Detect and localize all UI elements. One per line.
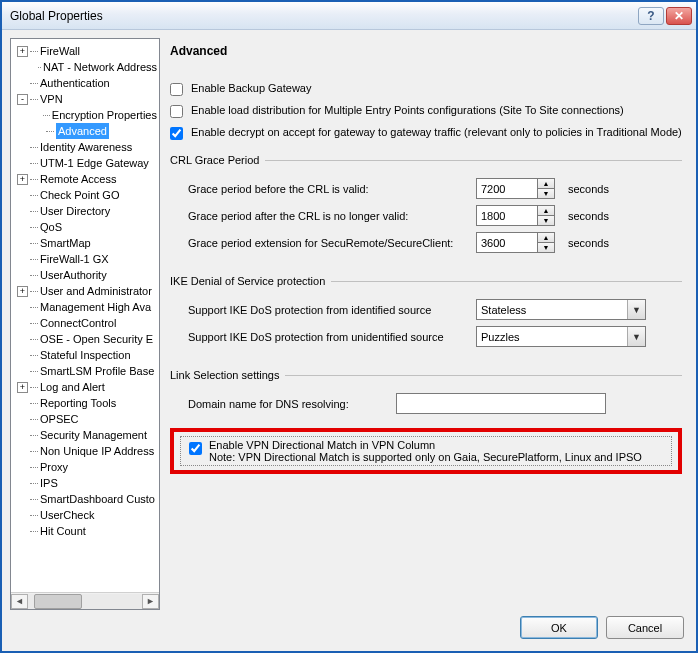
tree-item[interactable]: Non Unique IP Address xyxy=(15,443,157,459)
spin-down-icon[interactable]: ▼ xyxy=(538,242,555,253)
crl-after-label: Grace period after the CRL is no longer … xyxy=(188,210,468,222)
tree-item[interactable]: SmartDashboard Custo xyxy=(15,491,157,507)
help-button[interactable]: ? xyxy=(638,7,664,25)
dns-domain-label: Domain name for DNS resolving: xyxy=(188,398,388,410)
ike-identified-combo[interactable]: Stateless ▼ xyxy=(476,299,646,320)
nav-tree[interactable]: +FireWallNAT - Network AddressAuthentica… xyxy=(11,39,159,592)
tree-item[interactable]: UserCheck xyxy=(15,507,157,523)
tree-item[interactable]: User Directory xyxy=(15,203,157,219)
tree-connector xyxy=(30,339,38,340)
tree-connector xyxy=(30,179,38,180)
ike-unidentified-combo[interactable]: Puzzles ▼ xyxy=(476,326,646,347)
tree-connector xyxy=(30,483,38,484)
tree-connector xyxy=(30,355,38,356)
tree-item[interactable]: IPS xyxy=(15,475,157,491)
tree-item[interactable]: SmartLSM Profile Base xyxy=(15,363,157,379)
tree-item[interactable]: Check Point GO xyxy=(15,187,157,203)
tree-item-label: Stateful Inspection xyxy=(40,347,131,363)
tree-item[interactable]: UTM-1 Edge Gateway xyxy=(15,155,157,171)
tree-connector xyxy=(30,371,38,372)
tree-item[interactable]: OPSEC xyxy=(15,411,157,427)
tree-connector xyxy=(30,83,38,84)
tree-item[interactable]: +FireWall xyxy=(15,43,157,59)
tree-item[interactable]: +Remote Access xyxy=(15,171,157,187)
content-pane: Advanced Enable Backup Gateway Enable lo… xyxy=(168,38,688,610)
expand-icon[interactable]: + xyxy=(17,382,28,393)
tree-item-label: Remote Access xyxy=(40,171,116,187)
expand-icon[interactable]: + xyxy=(17,286,28,297)
ike-unidentified-value: Puzzles xyxy=(481,331,520,343)
directional-match-highlight: Enable VPN Directional Match in VPN Colu… xyxy=(170,428,682,474)
tree-item[interactable]: UserAuthority xyxy=(15,267,157,283)
crl-after-spin[interactable]: ▲▼ xyxy=(476,205,556,226)
tree-item[interactable]: SmartMap xyxy=(15,235,157,251)
crl-grace-group: CRL Grace Period Grace period before the… xyxy=(170,154,682,261)
tree-item[interactable]: Management High Ava xyxy=(15,299,157,315)
scroll-left-icon[interactable]: ◄ xyxy=(11,594,28,609)
crl-after-input[interactable] xyxy=(476,205,538,226)
crl-ext-input[interactable] xyxy=(476,232,538,253)
tree-connector xyxy=(38,67,41,68)
ike-identified-label: Support IKE DoS protection from identifi… xyxy=(188,304,468,316)
crl-before-spin[interactable]: ▲▼ xyxy=(476,178,556,199)
tree-item[interactable]: ConnectControl xyxy=(15,315,157,331)
tree-item[interactable]: Stateful Inspection xyxy=(15,347,157,363)
tree-item[interactable]: OSE - Open Security E xyxy=(15,331,157,347)
enable-decrypt-on-accept-checkbox[interactable] xyxy=(170,127,183,140)
spin-down-icon[interactable]: ▼ xyxy=(538,188,555,199)
spin-down-icon[interactable]: ▼ xyxy=(538,215,555,226)
tree-connector xyxy=(30,99,38,100)
tree-item-label: Security Management xyxy=(40,427,147,443)
scroll-right-icon[interactable]: ► xyxy=(142,594,159,609)
scroll-thumb[interactable] xyxy=(34,594,82,609)
crl-ext-spin[interactable]: ▲▼ xyxy=(476,232,556,253)
crl-before-input[interactable] xyxy=(476,178,538,199)
tree-item[interactable]: QoS xyxy=(15,219,157,235)
enable-backup-gateway-checkbox[interactable] xyxy=(170,83,183,96)
spin-up-icon[interactable]: ▲ xyxy=(538,178,555,188)
crl-grace-legend: CRL Grace Period xyxy=(170,154,265,166)
spin-up-icon[interactable]: ▲ xyxy=(538,232,555,242)
tree-item-label: Check Point GO xyxy=(40,187,119,203)
tree-connector xyxy=(30,227,38,228)
spin-up-icon[interactable]: ▲ xyxy=(538,205,555,215)
tree-item-label: UTM-1 Edge Gateway xyxy=(40,155,149,171)
tree-item[interactable]: Advanced xyxy=(15,123,157,139)
tree-item-label: SmartDashboard Custo xyxy=(40,491,155,507)
chevron-down-icon[interactable]: ▼ xyxy=(627,327,645,346)
collapse-icon[interactable]: - xyxy=(17,94,28,105)
link-selection-group: Link Selection settings Domain name for … xyxy=(170,369,682,422)
ok-button[interactable]: OK xyxy=(520,616,598,639)
tree-item[interactable]: Proxy xyxy=(15,459,157,475)
chevron-down-icon[interactable]: ▼ xyxy=(627,300,645,319)
tree-item-label: SmartLSM Profile Base xyxy=(40,363,154,379)
close-button[interactable]: ✕ xyxy=(666,7,692,25)
tree-item[interactable]: Identity Awareness xyxy=(15,139,157,155)
tree-connector xyxy=(30,403,38,404)
tree-item[interactable]: NAT - Network Address xyxy=(15,59,157,75)
tree-item[interactable]: Reporting Tools xyxy=(15,395,157,411)
cancel-button[interactable]: Cancel xyxy=(606,616,684,639)
tree-item[interactable]: +Log and Alert xyxy=(15,379,157,395)
tree-item-label: Management High Ava xyxy=(40,299,151,315)
tree-item[interactable]: FireWall-1 GX xyxy=(15,251,157,267)
tree-item-label: QoS xyxy=(40,219,62,235)
tree-item[interactable]: Encryption Properties xyxy=(15,107,157,123)
link-selection-legend: Link Selection settings xyxy=(170,369,285,381)
tree-item[interactable]: Hit Count xyxy=(15,523,157,539)
scroll-track[interactable] xyxy=(28,594,142,609)
crl-before-label: Grace period before the CRL is valid: xyxy=(188,183,468,195)
expand-icon[interactable]: + xyxy=(17,174,28,185)
tree-item[interactable]: +User and Administrator xyxy=(15,283,157,299)
tree-hscrollbar[interactable]: ◄ ► xyxy=(11,592,159,609)
expand-icon[interactable]: + xyxy=(17,46,28,57)
ike-identified-value: Stateless xyxy=(481,304,526,316)
tree-item[interactable]: Security Management xyxy=(15,427,157,443)
tree-item[interactable]: -VPN xyxy=(15,91,157,107)
enable-load-distribution-checkbox[interactable] xyxy=(170,105,183,118)
enable-directional-match-checkbox[interactable] xyxy=(189,442,202,455)
dns-domain-input[interactable] xyxy=(396,393,606,414)
tree-connector xyxy=(43,115,49,116)
tree-connector xyxy=(30,387,38,388)
tree-item[interactable]: Authentication xyxy=(15,75,157,91)
